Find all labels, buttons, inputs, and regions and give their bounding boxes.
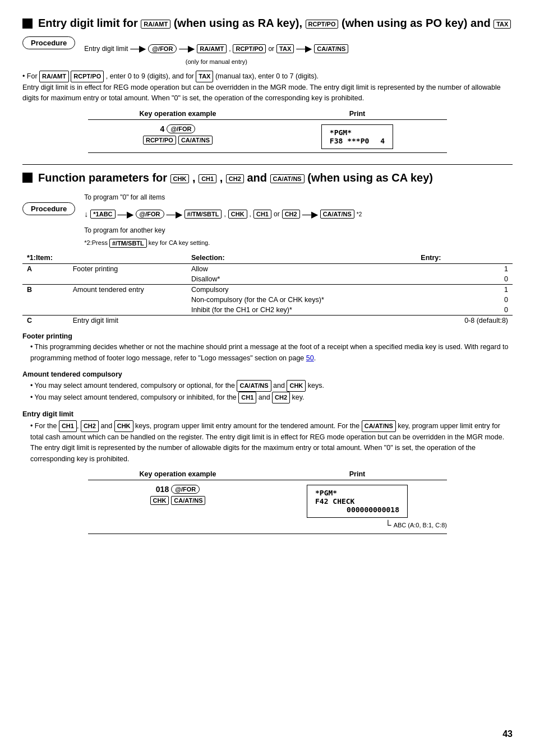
- ch1-inline-2: CH1: [59, 420, 77, 432]
- key-op-at-for-1: @/FOR: [167, 124, 195, 133]
- section1-bullets: • For RA/AMT RCPT/PO , enter 0 to 9 (dig…: [22, 71, 513, 104]
- key-op-header-1: Key operation example: [88, 110, 268, 120]
- flow-arrow-2: —▶: [179, 43, 195, 54]
- table-cell-b-entry1: 1: [416, 284, 513, 295]
- table-cell-b2-sel: Non-compulsory (for the CA or CHK keys)*: [187, 295, 416, 305]
- bullet1-text1: , enter 0 to 9 (digits), and for: [106, 72, 196, 80]
- flow-arrow-1: —▶: [130, 43, 146, 54]
- section1-header: Entry digit limit for RA/AMT (when using…: [22, 17, 513, 30]
- key-op-area-1: 4 @/FOR RCPT/PO CA/AT/NS: [88, 124, 268, 145]
- bullet1-key-ra: RA/AMT: [39, 71, 69, 82]
- flow-ch1-2: CH1: [253, 210, 271, 219]
- section2-examples: Key operation example 018 @/FOR CHK CA/A…: [22, 470, 513, 534]
- chk-inline-1: CHK: [287, 380, 306, 392]
- key-op-num-1: 4: [160, 124, 165, 133]
- param-table: *1:Item: Selection: Entry: A Footer prin…: [22, 252, 513, 326]
- amount-text1: • You may select amount tendered, compul…: [30, 380, 513, 392]
- rcpt-po-key-title: RCPT/PO: [306, 20, 339, 29]
- entry-limit-header: Entry digit limit: [22, 410, 73, 418]
- footer-printing-header: Footer printing: [22, 332, 72, 340]
- table-cell-a2-item: [22, 274, 68, 285]
- key-op-chk-2: CHK: [150, 496, 169, 505]
- key-op-col-1: Key operation example 4 @/FOR RCPT/PO CA…: [88, 110, 268, 153]
- footer-printing-text-content: • This programming decides whether or no…: [30, 343, 509, 361]
- amount-header: Amount tendered compulsory: [22, 370, 122, 378]
- section-divider: [22, 164, 513, 165]
- flow-comma-2: ,: [224, 210, 225, 218]
- flow-tax-1: TAX: [276, 44, 294, 53]
- bullet1-text2: (manual tax), enter 0 to 7 (digits).: [215, 72, 319, 80]
- receipt-box-1: *PGM* F38 ***P04: [321, 124, 393, 149]
- key-op-row-1a: 4 @/FOR: [160, 124, 196, 133]
- page-number: 43: [502, 729, 513, 739]
- table-cell-b-sel1: Compulsory: [187, 284, 416, 295]
- flow-entry-digit: Entry digit limit: [84, 45, 128, 53]
- table-cell-c-sel: [187, 315, 416, 326]
- key-op-area-2: 018 @/FOR CHK CA/AT/NS: [88, 485, 268, 505]
- procedure-badge-1: Procedure: [22, 36, 75, 49]
- flow-ch2-2: CH2: [282, 210, 300, 219]
- table-cell-b3-sel: Inhibit (for the CH1 or CH2 key)*: [187, 305, 416, 316]
- flow-comma-1: ,: [229, 45, 230, 53]
- flow-at-for-1: @/FOR: [148, 44, 177, 53]
- flow-comma-3: ,: [250, 210, 251, 218]
- ch2-key-title: CH2: [226, 174, 244, 183]
- receipt2-line1: *PGM*: [315, 489, 399, 497]
- key-op-row-1b: RCPT/PO CA/AT/NS: [143, 136, 213, 145]
- table-row-c1: C Entry digit limit 0-8 (default:8): [22, 315, 513, 326]
- bullet1-continuation: Entry digit limit is in effect for REG m…: [22, 82, 513, 104]
- flow-star2-label: *2: [357, 211, 362, 217]
- table-cell-a-desc: Footer printing: [68, 263, 187, 274]
- footer-page-link[interactable]: 50: [306, 354, 314, 362]
- receipt2-line2: F42 CHECK: [315, 497, 399, 505]
- flow-star2-note: *2:Press #/TM/SBTL key for CA key settin…: [84, 239, 362, 248]
- flow-chk-2: CHK: [228, 210, 247, 219]
- section1: Entry digit limit for RA/AMT (when using…: [22, 17, 513, 153]
- ch1-inline-1: CH1: [238, 392, 256, 403]
- section2: Function parameters for CHK , CH1 , CH2 …: [22, 171, 513, 534]
- table-row-a2: Disallow* 0: [22, 274, 513, 285]
- flow-htm-sbtl-2: #/TM/SBTL: [109, 239, 147, 248]
- table-cell-c-item: C: [22, 315, 68, 326]
- table-cell-a-entry1: 1: [416, 263, 513, 274]
- receipt2-note: └ ABC (A:0, B:1, C:8): [385, 520, 447, 530]
- ca-at-ns-inline-2: CA/AT/NS: [362, 420, 396, 432]
- key-op-ca-at-ns-2: CA/AT/NS: [171, 496, 205, 505]
- table-header-desc: [68, 252, 187, 264]
- table-header-item: *1:Item:: [22, 252, 68, 264]
- tax-key-title: TAX: [494, 20, 511, 29]
- table-row-b3: Inhibit (for the CH1 or CH2 key)* 0: [22, 305, 513, 316]
- receipt2-line3: 000000000018: [315, 505, 399, 514]
- bullet1-key-rcpt: RCPT/PO: [71, 71, 104, 82]
- print-area-1: *PGM* F38 ***P04: [268, 124, 447, 149]
- key-op-header-2: Key operation example: [88, 470, 268, 480]
- bullet1-prefix: • For: [22, 72, 39, 80]
- table-cell-b3-entry: 0: [416, 305, 513, 316]
- table-cell-a-sel1: Allow: [187, 263, 416, 274]
- table-cell-b3-desc: [68, 305, 187, 316]
- section1-examples: Key operation example 4 @/FOR RCPT/PO CA…: [22, 110, 513, 153]
- procedure-badge-2: Procedure: [22, 202, 75, 215]
- entry-limit-text: • For the CH1, CH2 and CHK keys, program…: [30, 420, 513, 465]
- table-cell-b-item: B: [22, 284, 68, 295]
- receipt-line-1: *PGM*: [330, 128, 385, 137]
- flow-diagram-2: ↓ *1ABC —▶ @/FOR —▶ #/TM/SBTL , CHK , CH…: [84, 209, 362, 220]
- flow-arrow-4: —▶: [118, 209, 133, 220]
- table-cell-b3-item: [22, 305, 68, 316]
- footer-period: .: [314, 354, 316, 362]
- table-row-b2: Non-compulsory (for the CA or CHK keys)*…: [22, 295, 513, 305]
- receipt2-note-text: ABC (A:0, B:1, C:8): [394, 522, 447, 528]
- ch1-key-title: CH1: [199, 174, 216, 183]
- receipt-line-2: F38 ***P04: [330, 137, 385, 145]
- amount-text2: • You may select amount tendered, compul…: [30, 392, 513, 403]
- footer-printing-text: • This programming decides whether or no…: [30, 342, 513, 364]
- bullet1-key-tax: TAX: [196, 71, 213, 82]
- table-cell-c-desc: Entry digit limit: [68, 315, 187, 326]
- ca-at-ns-inline-1: CA/AT/NS: [237, 380, 271, 392]
- flow-arrow-6: —▶: [302, 209, 318, 220]
- entry-limit-section: Entry digit limit • For the CH1, CH2 and…: [22, 409, 513, 465]
- table-row-b1: B Amount tendered entry Compulsory 1: [22, 284, 513, 295]
- table-cell-b2-desc: [68, 295, 187, 305]
- flow-note-top: To program "0" for all items: [84, 193, 362, 201]
- key-op-ca-at-ns-1: CA/AT/NS: [178, 136, 213, 145]
